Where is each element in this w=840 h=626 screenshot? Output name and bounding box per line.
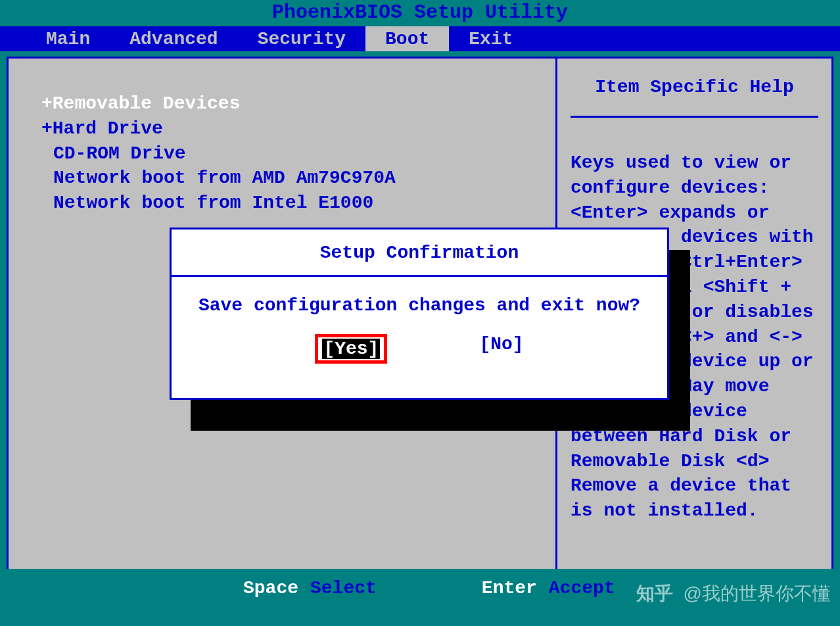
watermark-text: @我的世界你不懂 bbox=[684, 583, 831, 604]
yes-button[interactable]: [Yes] bbox=[322, 339, 380, 359]
dialog-buttons: [Yes] [No] bbox=[172, 331, 667, 364]
boot-item-removable[interactable]: +Removable Devices bbox=[41, 91, 542, 116]
boot-item-cdrom[interactable]: CD-ROM Drive bbox=[53, 141, 542, 166]
setup-confirmation-dialog: Setup Confirmation Save configuration ch… bbox=[170, 228, 669, 400]
footer-key-enter: Enter bbox=[482, 578, 537, 598]
menu-boot[interactable]: Boot bbox=[365, 26, 449, 51]
no-button[interactable]: [No] bbox=[479, 334, 523, 364]
dialog-message: Save configuration changes and exit now? bbox=[172, 277, 667, 331]
boot-item-hard-drive[interactable]: +Hard Drive bbox=[41, 116, 542, 141]
dialog-title: Setup Confirmation bbox=[172, 229, 667, 277]
footer-action-accept: Accept bbox=[549, 578, 615, 598]
footer-key-space: Space bbox=[243, 578, 298, 598]
watermark: 知乎 @我的世界你不懂 bbox=[636, 581, 831, 606]
menu-main[interactable]: Main bbox=[26, 26, 110, 51]
menu-exit[interactable]: Exit bbox=[449, 26, 532, 51]
menu-bar: Main Advanced Security Boot Exit bbox=[0, 26, 840, 51]
menu-security[interactable]: Security bbox=[238, 26, 365, 51]
menu-advanced[interactable]: Advanced bbox=[110, 26, 237, 51]
watermark-logo: 知乎 bbox=[636, 583, 673, 604]
yes-button-highlight: [Yes] bbox=[315, 334, 387, 364]
boot-item-network-amd[interactable]: Network boot from AMD Am79C970A bbox=[53, 166, 542, 191]
help-title: Item Specific Help bbox=[571, 72, 818, 118]
bios-title: PhoenixBIOS Setup Utility bbox=[0, 0, 840, 26]
footer-action-select: Select bbox=[310, 578, 377, 598]
boot-item-network-intel[interactable]: Network boot from Intel E1000 bbox=[53, 191, 542, 216]
